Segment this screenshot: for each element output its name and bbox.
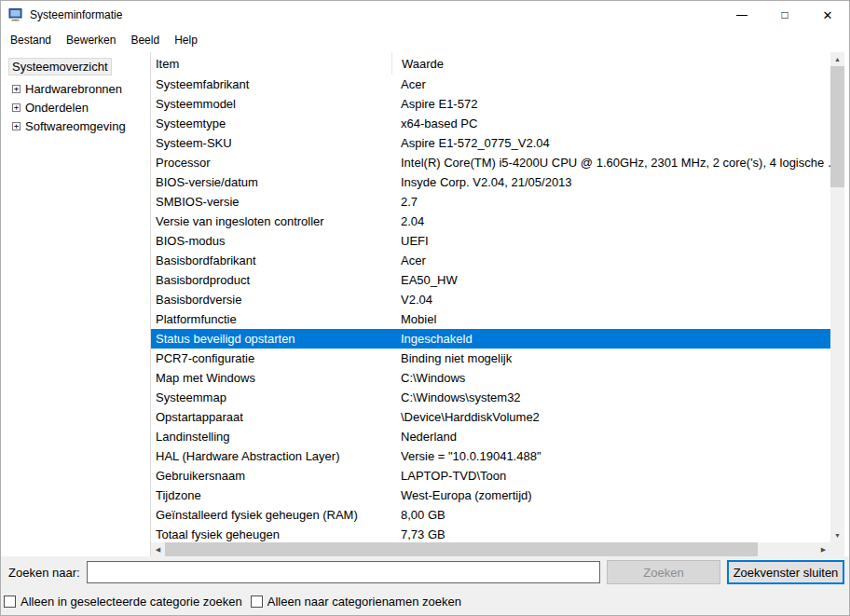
row-item: BIOS-modus bbox=[151, 234, 391, 248]
row-value: EA50_HW bbox=[391, 273, 830, 287]
table-row[interactable]: BIOS-modus UEFI bbox=[151, 231, 830, 251]
table-row[interactable]: Systeem-SKU Aspire E1-572_0775_V2.04 bbox=[151, 133, 830, 153]
table-row[interactable]: Systeemtype x64-based PC bbox=[151, 114, 830, 133]
table-row[interactable]: Totaal fysiek geheugen 7,73 GB bbox=[151, 525, 830, 542]
row-value: x64-based PC bbox=[391, 116, 830, 130]
row-item: Gebruikersnaam bbox=[151, 469, 391, 483]
list-header: Item Waarde bbox=[151, 52, 844, 75]
row-item: Systeemtype bbox=[151, 116, 391, 130]
window-title: Systeeminformatie bbox=[30, 8, 122, 21]
scroll-up-icon[interactable]: ▲ bbox=[830, 52, 844, 66]
scroll-left-icon[interactable]: ◀ bbox=[151, 542, 165, 556]
row-value: Aspire E1-572 bbox=[391, 97, 830, 111]
close-button[interactable]: ✕ bbox=[806, 1, 849, 29]
row-value: Ingeschakeld bbox=[391, 332, 830, 346]
row-item: Basisbordfabrikant bbox=[151, 253, 391, 267]
checkbox-category-names[interactable] bbox=[251, 595, 263, 608]
table-row[interactable]: Systeemfabrikant Acer bbox=[151, 75, 830, 94]
scroll-right-icon[interactable]: ▶ bbox=[816, 542, 830, 556]
checkbox-selected-category[interactable] bbox=[4, 595, 16, 608]
table-row[interactable]: Opstartapparaat \Device\HarddiskVolume2 bbox=[151, 407, 830, 427]
table-row[interactable]: Map met Windows C:\Windows bbox=[151, 368, 830, 388]
row-value: Mobiel bbox=[391, 312, 830, 326]
row-item: Basisbordproduct bbox=[151, 273, 391, 287]
vertical-scrollbar-thumb[interactable] bbox=[830, 66, 844, 187]
row-value: \Device\HarddiskVolume2 bbox=[391, 410, 830, 424]
window-controls: — □ ✕ bbox=[720, 1, 849, 29]
row-item: HAL (Hardware Abstraction Layer) bbox=[151, 449, 391, 463]
table-row[interactable]: Systeemmodel Aspire E1-572 bbox=[151, 94, 830, 114]
tree-item-label: Hardwarebronnen bbox=[25, 82, 122, 96]
row-value: Insyde Corp. V2.04, 21/05/2013 bbox=[391, 175, 830, 189]
category-tree: Systeemoverzicht + Hardwarebronnen + Ond… bbox=[6, 52, 151, 556]
menu-bestand[interactable]: Bestand bbox=[3, 31, 59, 49]
horizontal-scrollbar[interactable]: ◀ ▶ bbox=[151, 542, 830, 556]
table-row[interactable]: Tijdzone West-Europa (zomertijd) bbox=[151, 486, 830, 505]
row-item: Opstartapparaat bbox=[151, 410, 391, 424]
search-button[interactable]: Zoeken bbox=[607, 560, 720, 584]
row-value: Acer bbox=[391, 253, 830, 267]
menubar: Bestand Bewerken Beeld Help bbox=[1, 29, 849, 51]
table-row[interactable]: SMBIOS-versie 2.7 bbox=[151, 192, 830, 212]
tree-item-onderdelen[interactable]: + Onderdelen bbox=[8, 98, 148, 116]
close-search-button[interactable]: Zoekvenster sluiten bbox=[727, 560, 844, 584]
row-value: 8,00 GB bbox=[391, 508, 830, 522]
table-row[interactable]: Landinstelling Nederland bbox=[151, 427, 830, 446]
table-row[interactable]: Status beveiligd opstarten Ingeschakeld bbox=[151, 329, 830, 349]
row-value: C:\Windows bbox=[391, 371, 830, 385]
table-row[interactable]: Versie van ingesloten controller 2.04 bbox=[151, 212, 830, 231]
search-label: Zoeken naar: bbox=[8, 566, 80, 580]
search-input[interactable] bbox=[87, 561, 600, 583]
row-item: Systeemmap bbox=[151, 390, 391, 404]
table-row[interactable]: Basisbordproduct EA50_HW bbox=[151, 270, 830, 290]
row-item: Platformfunctie bbox=[151, 312, 391, 326]
table-row[interactable]: BIOS-versie/datum Insyde Corp. V2.04, 21… bbox=[151, 172, 830, 192]
row-value: 2.7 bbox=[391, 195, 830, 209]
row-item: PCR7-configuratie bbox=[151, 351, 391, 365]
table-row[interactable]: Basisbordversie V2.04 bbox=[151, 290, 830, 309]
row-item: Systeemfabrikant bbox=[151, 77, 391, 91]
row-value: 7,73 GB bbox=[391, 527, 830, 541]
menu-beeld[interactable]: Beeld bbox=[123, 31, 167, 49]
maximize-button[interactable]: □ bbox=[763, 1, 806, 29]
row-value: UEFI bbox=[391, 234, 830, 248]
menu-bewerken[interactable]: Bewerken bbox=[59, 31, 123, 49]
row-value: Acer bbox=[391, 77, 830, 91]
vertical-scrollbar[interactable]: ▲ ▼ bbox=[830, 52, 844, 542]
row-item: SMBIOS-versie bbox=[151, 195, 391, 209]
detail-list: Item Waarde Systeemfabrikant Acer Systee… bbox=[151, 52, 844, 556]
row-item: Systeem-SKU bbox=[151, 136, 391, 150]
minimize-button[interactable]: — bbox=[720, 1, 763, 29]
app-icon bbox=[8, 7, 23, 22]
menu-help[interactable]: Help bbox=[167, 31, 205, 49]
table-row[interactable]: PCR7-configuratie Binding niet mogelijk bbox=[151, 349, 830, 368]
column-header-waarde[interactable]: Waarde bbox=[391, 52, 830, 75]
table-row[interactable]: Geïnstalleerd fysiek geheugen (RAM) 8,00… bbox=[151, 505, 830, 525]
row-value: 2.04 bbox=[391, 214, 830, 228]
search-options: Alleen in geselecteerde categorie zoeken… bbox=[1, 588, 849, 615]
scroll-down-icon[interactable]: ▼ bbox=[830, 528, 844, 542]
row-item: Landinstelling bbox=[151, 430, 391, 444]
horizontal-scrollbar-thumb[interactable] bbox=[165, 542, 758, 556]
row-item: Tijdzone bbox=[151, 488, 391, 502]
checkbox-category-names-label: Alleen naar categorienamen zoeken bbox=[267, 595, 461, 609]
tree-item-systeemoverzicht[interactable]: Systeemoverzicht bbox=[8, 58, 112, 75]
row-item: Map met Windows bbox=[151, 371, 391, 385]
table-row[interactable]: HAL (Hardware Abstraction Layer) Versie … bbox=[151, 446, 830, 466]
tree-item-hardwarebronnen[interactable]: + Hardwarebronnen bbox=[8, 79, 148, 98]
table-row[interactable]: Systeemmap C:\Windows\system32 bbox=[151, 388, 830, 407]
expand-plus-icon[interactable]: + bbox=[12, 103, 21, 112]
expand-plus-icon[interactable]: + bbox=[12, 85, 21, 93]
expand-plus-icon[interactable]: + bbox=[12, 122, 21, 130]
table-row[interactable]: Gebruikersnaam LAPTOP-TVD\Toon bbox=[151, 466, 830, 486]
column-header-item[interactable]: Item bbox=[151, 52, 391, 75]
table-row[interactable]: Basisbordfabrikant Acer bbox=[151, 251, 830, 270]
table-row[interactable]: Processor Intel(R) Core(TM) i5-4200U CPU… bbox=[151, 153, 830, 172]
table-row[interactable]: Platformfunctie Mobiel bbox=[151, 309, 830, 329]
row-value: LAPTOP-TVD\Toon bbox=[391, 469, 830, 483]
search-bar: Zoeken naar: Zoeken Zoekvenster sluiten bbox=[1, 556, 849, 588]
tree-item-label: Softwareomgeving bbox=[25, 119, 126, 133]
tree-item-softwareomgeving[interactable]: + Softwareomgeving bbox=[8, 116, 148, 135]
row-item: Geïnstalleerd fysiek geheugen (RAM) bbox=[151, 508, 391, 522]
row-item: BIOS-versie/datum bbox=[151, 175, 391, 189]
